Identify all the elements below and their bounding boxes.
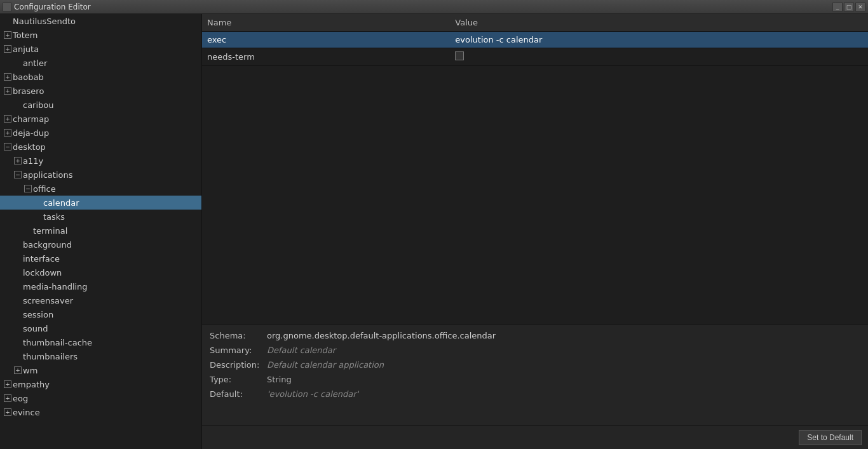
applications-expander[interactable]: − (13, 170, 23, 180)
sidebar-scroll[interactable]: NautilusSendto + Totem + anjuta antler (0, 14, 201, 449)
collapse-icon: − (4, 143, 11, 151)
collapse-icon: − (24, 185, 32, 192)
sidebar-item-label: office (33, 184, 56, 194)
column-name: Name (202, 14, 450, 32)
sidebar-item-interface[interactable]: interface (0, 251, 201, 265)
sidebar-item-anjuta[interactable]: + anjuta (0, 42, 201, 56)
sidebar-item-label: thumbnailers (23, 352, 78, 361)
row-value: evolution -c calendar (450, 32, 868, 48)
sidebar-item-label: terminal (33, 226, 67, 236)
spacer (13, 253, 23, 264)
description-row: Description: Default calendar applicatio… (210, 360, 860, 370)
default-row: Default: 'evolution -c calendar' (210, 389, 860, 399)
sidebar-item-thumbnailers[interactable]: thumbnailers (0, 349, 201, 363)
sidebar-item-label: eog (13, 394, 28, 403)
sidebar-item-label: background (23, 240, 72, 250)
sidebar-item-nautilusSendto[interactable]: NautilusSendto (0, 14, 201, 28)
sidebar-item-label: calendar (43, 198, 79, 208)
sidebar-item-deja-dup[interactable]: + deja-dup (0, 126, 201, 140)
office-expander[interactable]: − (23, 184, 33, 194)
sidebar-item-background[interactable]: background (0, 238, 201, 251)
type-row: Type: String (210, 375, 860, 384)
summary-value: Default calendar (267, 345, 336, 355)
expand-icon: + (4, 380, 11, 388)
brasero-expander[interactable]: + (3, 86, 13, 96)
sidebar-item-label: applications (23, 170, 72, 180)
sidebar-item-caribou[interactable]: caribou (0, 98, 201, 112)
window-title: Configuration Editor (14, 3, 832, 11)
empathy-expander[interactable]: + (3, 379, 13, 389)
description-label: Description: (210, 360, 267, 370)
sidebar-item-media-handling[interactable]: media-handling (0, 279, 201, 293)
sidebar-item-sound[interactable]: sound (0, 321, 201, 335)
sidebar-item-label: Totem (13, 30, 37, 40)
sidebar-item-label: wm (23, 366, 37, 375)
spacer (3, 16, 13, 26)
spacer (13, 267, 23, 278)
sidebar-item-totem[interactable]: + Totem (0, 28, 201, 42)
sidebar-item-label: lockdown (23, 268, 62, 278)
default-value: 'evolution -c calendar' (267, 389, 358, 399)
window-controls[interactable]: _ □ ✕ (832, 3, 865, 11)
spacer (13, 337, 23, 347)
sidebar-item-screensaver[interactable]: screensaver (0, 293, 201, 307)
table-row[interactable]: exec evolution -c calendar (202, 32, 868, 48)
minimize-button[interactable]: _ (832, 3, 843, 11)
sidebar-item-desktop[interactable]: − desktop (0, 140, 201, 154)
sidebar-item-lockdown[interactable]: lockdown (0, 265, 201, 279)
summary-row: Summary: Default calendar (210, 345, 860, 355)
sidebar-item-a11y[interactable]: + a11y (0, 154, 201, 168)
totem-expander[interactable]: + (3, 30, 13, 40)
sidebar-item-applications[interactable]: − applications (0, 168, 201, 182)
schema-row: Schema: org.gnome.desktop.default-applic… (210, 331, 860, 340)
default-label: Default: (210, 389, 267, 399)
sidebar-item-label: session (23, 310, 53, 319)
sidebar-item-eog[interactable]: + eog (0, 391, 201, 405)
sidebar-item-label: tasks (43, 212, 65, 222)
maximize-button[interactable]: □ (844, 3, 854, 11)
set-default-button[interactable]: Set to Default (799, 430, 862, 445)
wm-expander[interactable]: + (13, 365, 23, 375)
schema-label: Schema: (210, 331, 267, 340)
sidebar-item-calendar[interactable]: calendar (0, 196, 201, 210)
sidebar-item-wm[interactable]: + wm (0, 363, 201, 377)
charmap-expander[interactable]: + (3, 114, 13, 124)
a11y-expander[interactable]: + (13, 156, 23, 166)
sidebar-item-office[interactable]: − office (0, 182, 201, 196)
expand-icon: + (4, 73, 11, 81)
row-name: needs-term (202, 48, 450, 66)
expand-icon: + (4, 45, 11, 53)
dejadup-expander[interactable]: + (3, 128, 13, 138)
anjuta-expander[interactable]: + (3, 44, 13, 54)
desktop-expander[interactable]: − (3, 142, 13, 152)
spacer (13, 309, 23, 319)
spacer (13, 323, 23, 333)
sidebar-item-tasks[interactable]: tasks (0, 210, 201, 224)
collapse-icon: − (14, 171, 22, 178)
eog-expander[interactable]: + (3, 393, 13, 403)
expand-icon: + (4, 31, 11, 39)
baobab-expander[interactable]: + (3, 72, 13, 82)
sidebar-item-thumbnail-cache[interactable]: thumbnail-cache (0, 335, 201, 349)
sidebar-item-brasero[interactable]: + brasero (0, 84, 201, 98)
spacer (13, 351, 23, 361)
evince-expander[interactable]: + (3, 407, 13, 417)
sidebar-item-empathy[interactable]: + empathy (0, 377, 201, 391)
summary-label: Summary: (210, 345, 267, 355)
content-area: Name Value exec evolution -c calendar ne… (202, 14, 868, 449)
sidebar-item-label: evince (13, 408, 40, 417)
sidebar-item-charmap[interactable]: + charmap (0, 112, 201, 126)
sidebar-item-evince[interactable]: + evince (0, 405, 201, 419)
description-value: Default calendar application (267, 360, 384, 370)
sidebar-item-label: caribou (23, 100, 54, 110)
sidebar-item-session[interactable]: session (0, 307, 201, 321)
sidebar-item-antler[interactable]: antler (0, 56, 201, 70)
sidebar-item-terminal[interactable]: terminal (0, 224, 201, 238)
table-row[interactable]: needs-term (202, 48, 868, 66)
sidebar-item-baobab[interactable]: + baobab (0, 70, 201, 84)
sidebar-item-label: a11y (23, 156, 43, 166)
close-button[interactable]: ✕ (855, 3, 865, 11)
expand-icon: + (4, 115, 11, 123)
config-table: Name Value exec evolution -c calendar ne… (202, 14, 868, 66)
checkbox-icon[interactable] (455, 51, 464, 60)
